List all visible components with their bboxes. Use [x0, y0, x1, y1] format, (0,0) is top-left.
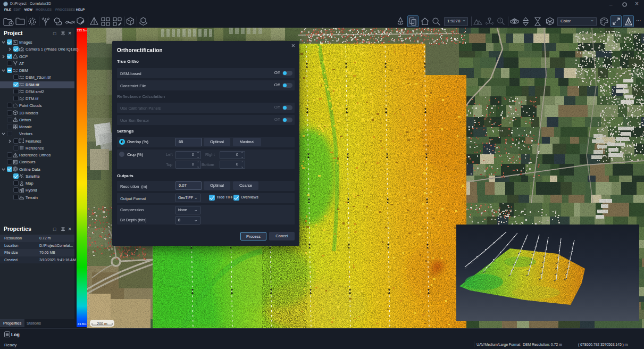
svg-text:200 m: 200 m [97, 322, 107, 326]
